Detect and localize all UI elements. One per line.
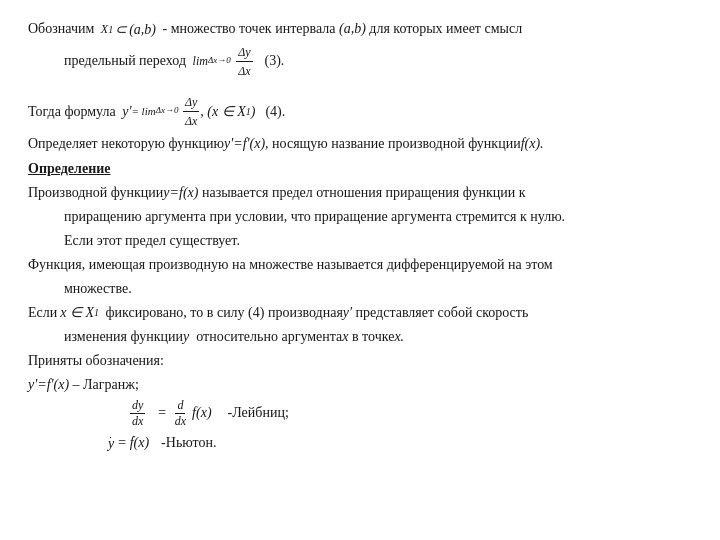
- text-oboznachim: Обозначим: [28, 18, 94, 39]
- text-mnojstvo: - множество точек интервала: [162, 18, 335, 39]
- lagrange-line: y'=f'(x) – Лагранж;: [28, 374, 692, 395]
- line-3: Тогда формула y' = lim Δx→0 Δy Δx , (x ∈…: [28, 93, 692, 130]
- text-esli: Если: [28, 302, 57, 323]
- text-predelniy: предельный переход: [64, 50, 186, 71]
- leibniz-dx: dx: [130, 414, 145, 429]
- text-esli-predel: Если этот предел существует.: [64, 230, 240, 251]
- text-nosyash: носящую название производной функции: [269, 133, 521, 154]
- text-opredelyaet: Определяет некоторую функцию: [28, 133, 224, 154]
- leibniz-dy: dy: [130, 398, 145, 414]
- formula-lagrange: y'=f'(x): [28, 374, 69, 395]
- formula-x-in-x1: x ∈ X1: [60, 302, 99, 323]
- text-fx: f(x).: [521, 133, 544, 154]
- text-togda: Тогда формула: [28, 101, 116, 122]
- text-v-tochke: в точке: [348, 326, 394, 347]
- blank-line-1: [28, 83, 692, 93]
- if-line-2: изменения функции y относительно аргумен…: [28, 326, 692, 347]
- def-line-3: Если этот предел существует.: [28, 230, 692, 251]
- text-izmeneniya: изменения функции: [64, 326, 183, 347]
- if-line-1: Если x ∈ X1 фиксировано, то в силу (4) п…: [28, 302, 692, 323]
- func-line-2: множестве.: [28, 278, 692, 299]
- text-nazyvayetsya: называется предел отношения приращения ф…: [198, 182, 525, 203]
- text-leibniz: -Лейбниц;: [228, 405, 289, 421]
- text-prinyaty: Приняты обозначения:: [28, 350, 164, 371]
- main-page: Обозначим X1 ⊂ (a,b) - множество точек и…: [0, 0, 720, 540]
- def-line-2: приращению аргумента при условии, что пр…: [28, 206, 692, 227]
- text-mnozhestve: множестве.: [64, 278, 132, 299]
- formula-x1-subset: X1 ⊂ (a,b): [101, 19, 156, 40]
- line-1: Обозначим X1 ⊂ (a,b) - множество точек и…: [28, 18, 692, 40]
- newton-line: · y = · f (x) -Ньютон.: [108, 435, 692, 452]
- definition-label: Определение: [28, 158, 110, 179]
- text-num-3: (3).: [265, 50, 285, 71]
- text-dlya: для которых имеет смысл: [369, 18, 522, 39]
- text-lagrange: – Лагранж;: [69, 374, 139, 395]
- formula-yfx: y=f(x): [163, 182, 198, 203]
- notations-line: Приняты обозначения:: [28, 350, 692, 371]
- formula-y-fx: y'=f'(x),: [224, 133, 269, 154]
- def-line-1: Производной функции y=f(x) называется пр…: [28, 182, 692, 203]
- formula-x-2: x.: [394, 326, 404, 347]
- text-prirasheniy: приращению аргумента при условии, что пр…: [64, 206, 565, 227]
- leibniz-fx: f(x): [192, 405, 211, 421]
- text-newton: -Ньютон.: [161, 435, 216, 451]
- leibniz-dx2: dx: [173, 414, 188, 429]
- text-proizvodnoy: Производной функции: [28, 182, 163, 203]
- formula-y-prime-2: y': [343, 302, 352, 323]
- definition-header: Определение: [28, 158, 692, 179]
- text-funkciya: Функция, имеющая производную на множеств…: [28, 254, 553, 275]
- func-line-1: Функция, имеющая производную на множеств…: [28, 254, 692, 275]
- text-num-4: (4).: [265, 101, 285, 122]
- line-4: Определяет некоторую функцию y'=f'(x), н…: [28, 133, 692, 154]
- text-fiks: фиксировано, то в силу (4) производная: [102, 302, 343, 323]
- formula-lim-1: lim Δx→0 Δy Δx: [193, 43, 255, 80]
- newton-fx: · f: [130, 435, 134, 451]
- newton-y: · y: [108, 435, 114, 452]
- line-2: предельный переход lim Δx→0 Δy Δx (3).: [28, 43, 692, 80]
- formula-y-prime: y' = lim Δx→0 Δy Δx , (x ∈ X 1 ): [122, 93, 255, 130]
- leibniz-line: dy dx = d dx f(x) -Лейбниц;: [128, 398, 692, 429]
- text-predstavlyaet: представляет собой скорость: [352, 302, 528, 323]
- formula-interval: (a,b): [339, 18, 366, 39]
- text-otnositelno: относительно аргумента: [189, 326, 342, 347]
- leibniz-d: d: [175, 398, 185, 414]
